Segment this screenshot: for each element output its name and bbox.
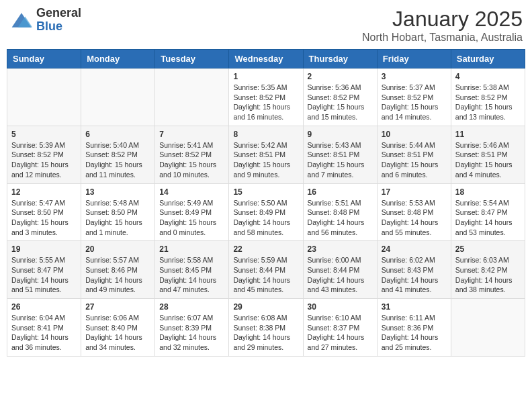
day-number: 16 [308, 187, 373, 197]
calendar-cell: 22Sunrise: 5:59 AM Sunset: 8:44 PM Dayli… [229, 241, 303, 299]
calendar-cell: 13Sunrise: 5:48 AM Sunset: 8:50 PM Dayli… [81, 183, 155, 241]
day-number: 26 [11, 302, 77, 312]
weekday-header-row: SundayMondayTuesdayWednesdayThursdayFrid… [7, 50, 525, 68]
calendar-cell: 1Sunrise: 5:35 AM Sunset: 8:52 PM Daylig… [229, 68, 303, 126]
weekday-header-saturday: Saturday [451, 50, 525, 68]
weekday-header-friday: Friday [377, 50, 451, 68]
day-number: 4 [455, 72, 521, 81]
day-info: Sunrise: 5:41 AM Sunset: 8:52 PM Dayligh… [159, 140, 224, 180]
day-number: 22 [233, 244, 298, 254]
calendar-cell: 6Sunrise: 5:40 AM Sunset: 8:52 PM Daylig… [81, 126, 155, 183]
day-number: 10 [382, 130, 447, 139]
day-info: Sunrise: 5:43 AM Sunset: 8:51 PM Dayligh… [308, 140, 373, 180]
day-info: Sunrise: 5:49 AM Sunset: 8:49 PM Dayligh… [159, 198, 224, 238]
day-number: 18 [455, 187, 521, 197]
logo: General Blue [9, 7, 81, 34]
day-info: Sunrise: 5:55 AM Sunset: 8:47 PM Dayligh… [11, 255, 77, 295]
day-info: Sunrise: 5:48 AM Sunset: 8:50 PM Dayligh… [85, 198, 150, 238]
day-number: 20 [85, 244, 150, 254]
calendar-cell: 19Sunrise: 5:55 AM Sunset: 8:47 PM Dayli… [7, 241, 81, 299]
day-info: Sunrise: 5:54 AM Sunset: 8:47 PM Dayligh… [455, 198, 521, 238]
title-block: January 2025 North Hobart, Tasmania, Aus… [362, 7, 523, 44]
day-info: Sunrise: 5:59 AM Sunset: 8:44 PM Dayligh… [233, 255, 298, 295]
weekday-header-tuesday: Tuesday [155, 50, 229, 68]
week-row-5: 26Sunrise: 6:04 AM Sunset: 8:41 PM Dayli… [7, 299, 525, 357]
calendar-cell [155, 68, 229, 126]
calendar-cell: 9Sunrise: 5:43 AM Sunset: 8:51 PM Daylig… [303, 126, 377, 183]
calendar-cell: 3Sunrise: 5:37 AM Sunset: 8:52 PM Daylig… [377, 68, 451, 126]
day-info: Sunrise: 6:00 AM Sunset: 8:44 PM Dayligh… [308, 255, 373, 295]
calendar-cell: 4Sunrise: 5:38 AM Sunset: 8:52 PM Daylig… [451, 68, 525, 126]
weekday-header-monday: Monday [81, 50, 155, 68]
calendar-table: SundayMondayTuesdayWednesdayThursdayFrid… [7, 49, 525, 357]
day-info: Sunrise: 6:08 AM Sunset: 8:38 PM Dayligh… [233, 313, 298, 353]
day-info: Sunrise: 6:03 AM Sunset: 8:42 PM Dayligh… [455, 255, 521, 295]
calendar-cell: 17Sunrise: 5:53 AM Sunset: 8:48 PM Dayli… [377, 183, 451, 241]
day-info: Sunrise: 5:47 AM Sunset: 8:50 PM Dayligh… [11, 198, 77, 238]
logo-icon [9, 10, 34, 30]
day-info: Sunrise: 5:42 AM Sunset: 8:51 PM Dayligh… [233, 140, 298, 180]
day-info: Sunrise: 5:36 AM Sunset: 8:52 PM Dayligh… [308, 83, 373, 122]
calendar-cell: 8Sunrise: 5:42 AM Sunset: 8:51 PM Daylig… [229, 126, 303, 183]
weekday-header-thursday: Thursday [303, 50, 377, 68]
week-row-3: 12Sunrise: 5:47 AM Sunset: 8:50 PM Dayli… [7, 183, 525, 241]
day-number: 14 [159, 187, 224, 197]
day-info: Sunrise: 5:50 AM Sunset: 8:49 PM Dayligh… [233, 198, 298, 238]
day-number: 9 [308, 130, 373, 139]
calendar-cell: 23Sunrise: 6:00 AM Sunset: 8:44 PM Dayli… [303, 241, 377, 299]
calendar-cell: 2Sunrise: 5:36 AM Sunset: 8:52 PM Daylig… [303, 68, 377, 126]
calendar-cell: 21Sunrise: 5:58 AM Sunset: 8:45 PM Dayli… [155, 241, 229, 299]
calendar-cell: 14Sunrise: 5:49 AM Sunset: 8:49 PM Dayli… [155, 183, 229, 241]
calendar-cell: 24Sunrise: 6:02 AM Sunset: 8:43 PM Dayli… [377, 241, 451, 299]
calendar-cell: 29Sunrise: 6:08 AM Sunset: 8:38 PM Dayli… [229, 299, 303, 357]
calendar-cell: 12Sunrise: 5:47 AM Sunset: 8:50 PM Dayli… [7, 183, 81, 241]
day-number: 1 [233, 72, 298, 81]
day-number: 12 [11, 187, 77, 197]
weekday-header-wednesday: Wednesday [229, 50, 303, 68]
day-number: 19 [11, 244, 77, 254]
calendar-cell: 27Sunrise: 6:06 AM Sunset: 8:40 PM Dayli… [81, 299, 155, 357]
calendar-cell: 26Sunrise: 6:04 AM Sunset: 8:41 PM Dayli… [7, 299, 81, 357]
week-row-2: 5Sunrise: 5:39 AM Sunset: 8:52 PM Daylig… [7, 126, 525, 183]
day-number: 11 [455, 130, 521, 139]
day-number: 15 [233, 187, 298, 197]
day-number: 5 [11, 130, 77, 139]
logo-blue: Blue [36, 20, 81, 34]
day-info: Sunrise: 5:58 AM Sunset: 8:45 PM Dayligh… [159, 255, 224, 295]
day-number: 28 [159, 302, 224, 312]
day-number: 7 [159, 130, 224, 139]
calendar-cell: 25Sunrise: 6:03 AM Sunset: 8:42 PM Dayli… [451, 241, 525, 299]
day-info: Sunrise: 5:37 AM Sunset: 8:52 PM Dayligh… [382, 83, 447, 122]
day-number: 25 [455, 244, 521, 254]
logo-text: General Blue [36, 7, 81, 34]
calendar-cell [7, 68, 81, 126]
week-row-4: 19Sunrise: 5:55 AM Sunset: 8:47 PM Dayli… [7, 241, 525, 299]
day-number: 27 [85, 302, 150, 312]
day-number: 6 [85, 130, 150, 139]
day-info: Sunrise: 5:39 AM Sunset: 8:52 PM Dayligh… [11, 140, 77, 180]
day-info: Sunrise: 6:02 AM Sunset: 8:43 PM Dayligh… [382, 255, 447, 295]
logo-general: General [36, 7, 81, 20]
day-info: Sunrise: 6:11 AM Sunset: 8:36 PM Dayligh… [382, 313, 447, 353]
day-info: Sunrise: 5:38 AM Sunset: 8:52 PM Dayligh… [455, 83, 521, 122]
day-number: 30 [308, 302, 373, 312]
day-number: 3 [382, 72, 447, 81]
day-number: 29 [233, 302, 298, 312]
calendar-cell: 28Sunrise: 6:07 AM Sunset: 8:39 PM Dayli… [155, 299, 229, 357]
day-number: 2 [308, 72, 373, 81]
weekday-header-sunday: Sunday [7, 50, 81, 68]
calendar-cell: 11Sunrise: 5:46 AM Sunset: 8:51 PM Dayli… [451, 126, 525, 183]
location-title: North Hobart, Tasmania, Australia [362, 32, 523, 44]
week-row-1: 1Sunrise: 5:35 AM Sunset: 8:52 PM Daylig… [7, 68, 525, 126]
calendar-cell: 7Sunrise: 5:41 AM Sunset: 8:52 PM Daylig… [155, 126, 229, 183]
day-info: Sunrise: 6:06 AM Sunset: 8:40 PM Dayligh… [85, 313, 150, 353]
calendar-cell: 15Sunrise: 5:50 AM Sunset: 8:49 PM Dayli… [229, 183, 303, 241]
day-info: Sunrise: 5:51 AM Sunset: 8:48 PM Dayligh… [308, 198, 373, 238]
day-number: 31 [382, 302, 447, 312]
day-info: Sunrise: 5:35 AM Sunset: 8:52 PM Dayligh… [233, 83, 298, 122]
calendar-cell: 30Sunrise: 6:10 AM Sunset: 8:37 PM Dayli… [303, 299, 377, 357]
page-header: General Blue January 2025 North Hobart, … [7, 7, 525, 44]
day-number: 24 [382, 244, 447, 254]
day-info: Sunrise: 6:10 AM Sunset: 8:37 PM Dayligh… [308, 313, 373, 353]
day-info: Sunrise: 6:07 AM Sunset: 8:39 PM Dayligh… [159, 313, 224, 353]
